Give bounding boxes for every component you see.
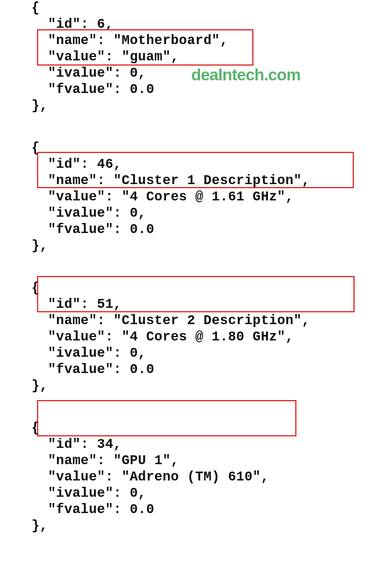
code-line: { [31,0,361,16]
code-line: "id": 46, [31,156,361,173]
code-line: "value": "guam", [31,49,361,65]
code-line: { [31,140,361,156]
block-gap [31,394,361,420]
code-line: "name": "Motherboard", [31,33,361,49]
code-line: "value": "Adreno (TM) 610", [31,469,361,485]
block-gap [31,114,361,140]
code-line: { [31,280,361,296]
block-gap [31,254,361,280]
code-line: "fvalue": 0.0 [31,502,361,518]
code-line: }, [31,98,361,114]
code-line: }, [31,518,361,534]
code-line: "id": 34, [31,436,361,453]
code-line: "name": "GPU 1", [31,453,361,469]
watermark-text: dealntech.com [191,67,300,83]
code-line: "ivalue": 0, [31,205,361,222]
code-line: }, [31,378,361,394]
code-line: "fvalue": 0.0 [31,222,361,238]
code-line: "fvalue": 0.0 [31,81,361,98]
code-line: "name": "Cluster 2 Description", [31,313,361,329]
code-line: "fvalue": 0.0 [31,362,361,378]
code-line: "value": "4 Cores @ 1.80 GHz", [31,329,361,345]
code-line: "name": "Cluster 1 Description", [31,173,361,189]
code-line: { [31,420,361,436]
code-line: "id": 51, [31,296,361,313]
code-line: "value": "4 Cores @ 1.61 GHz", [31,189,361,205]
code-line: "ivalue": 0, [31,345,361,362]
code-line: "ivalue": 0, [31,485,361,502]
code-line: "id": 6, [31,16,361,33]
code-line: }, [31,238,361,254]
code-page: { "id": 6, "name": "Motherboard", "value… [0,0,392,569]
